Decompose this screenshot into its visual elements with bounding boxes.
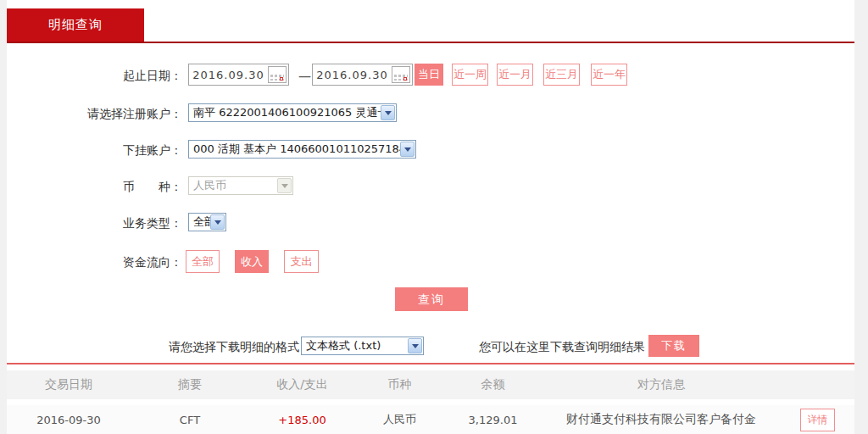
chevron-down-icon xyxy=(400,142,415,157)
download-format-label: 请您选择下载明细的格式 xyxy=(7,340,299,355)
table-separator xyxy=(7,363,854,364)
end-date-input[interactable]: 2016.09.30 xyxy=(312,64,413,86)
currency-value: 人民币 xyxy=(193,178,226,193)
fund-flow-income-button[interactable]: 收入 xyxy=(235,250,269,273)
table-header: 对方信息 xyxy=(542,377,781,392)
download-format-select[interactable]: 文本格式 (.txt) xyxy=(301,337,424,355)
date-range-label: 起止日期： xyxy=(7,69,182,84)
tab-detail-query[interactable]: 明细查询 xyxy=(7,8,144,42)
start-date-input[interactable]: 2016.09.30 xyxy=(188,64,289,86)
sub-account-value: 000 活期 基本户 1406600101102571848 xyxy=(193,142,413,157)
cell-amount: +185.00 xyxy=(249,414,355,426)
end-date-value: 2016.09.30 xyxy=(313,69,392,81)
business-type-label: 业务类型： xyxy=(7,216,182,231)
content-panel: 明细查询 起止日期： 2016.09.30 — 2016.09.30 当日 近一… xyxy=(7,0,854,434)
detail-query-page: 明细查询 起止日期： 2016.09.30 — 2016.09.30 当日 近一… xyxy=(0,0,868,434)
table-header: 交易日期 xyxy=(7,377,131,392)
cell-summary: CFT xyxy=(131,414,249,426)
quick-range-week-button[interactable]: 近一周 xyxy=(452,64,488,86)
registered-account-value: 南平 6222001406100921065 灵通卡 xyxy=(193,105,388,120)
cell-balance: 3,129.01 xyxy=(444,414,542,426)
chevron-down-icon xyxy=(408,338,422,353)
query-button[interactable]: 查询 xyxy=(395,287,468,311)
chevron-down-icon xyxy=(381,105,395,120)
quick-range-month-button[interactable]: 近一月 xyxy=(497,64,533,86)
registered-account-select[interactable]: 南平 6222001406100921065 灵通卡 xyxy=(188,103,397,122)
quick-range-year-button[interactable]: 近一年 xyxy=(591,64,627,86)
quick-range-3months-button[interactable]: 近三月 xyxy=(543,64,580,86)
table-header: 余额 xyxy=(444,377,542,392)
table-header: 摘要 xyxy=(131,377,249,392)
download-hint: 您可以在这里下载查询明细结果 xyxy=(479,336,645,358)
sub-account-label: 下挂账户： xyxy=(7,143,182,159)
tab-underline xyxy=(7,42,854,43)
date-separator: — xyxy=(298,69,311,84)
quick-range-today-button[interactable]: 当日 xyxy=(415,64,443,86)
currency-label: 币 种： xyxy=(7,180,182,195)
fund-flow-label: 资金流向： xyxy=(7,255,182,270)
chevron-down-icon xyxy=(277,178,292,193)
currency-select: 人民币 xyxy=(188,176,293,195)
download-button[interactable]: 下载 xyxy=(648,335,699,357)
cell-transaction-date: 2016-09-30 xyxy=(7,414,131,426)
sub-account-select[interactable]: 000 活期 基本户 1406600101102571848 xyxy=(188,140,416,159)
download-format-value: 文本格式 (.txt) xyxy=(306,338,381,353)
start-date-value: 2016.09.30 xyxy=(189,69,268,81)
business-type-select[interactable]: 全部 xyxy=(188,213,226,231)
table-header: 币种 xyxy=(355,377,444,392)
fund-flow-expense-button[interactable]: 支出 xyxy=(284,250,319,273)
fund-flow-all-button[interactable]: 全部 xyxy=(186,250,220,273)
table-header: 收入/支出 xyxy=(249,377,355,392)
table-row: 2016-09-30 CFT +185.00 人民币 3,129.01 财付通支… xyxy=(7,405,854,434)
registered-account-label: 请选择注册账户： xyxy=(7,107,182,122)
cell-counterparty: 财付通支付科技有限公司客户备付金 xyxy=(542,412,781,427)
table-header-row: 交易日期 摘要 收入/支出 币种 余额 对方信息 xyxy=(7,370,854,399)
cell-currency: 人民币 xyxy=(355,412,444,427)
detail-button[interactable]: 详情 xyxy=(800,409,835,431)
calendar-icon[interactable] xyxy=(392,66,410,83)
chevron-down-icon xyxy=(210,214,225,230)
calendar-icon[interactable] xyxy=(268,66,287,83)
